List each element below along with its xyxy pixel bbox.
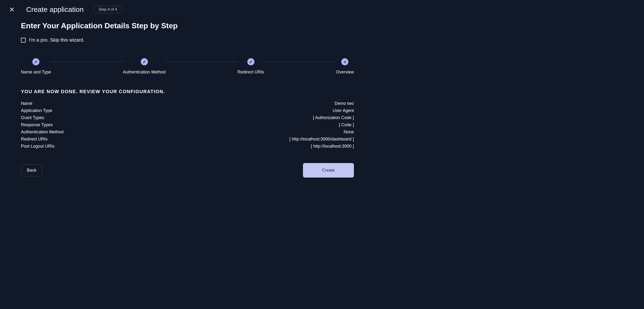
step-connector: [51, 61, 123, 62]
summary-value: [ Code ]: [339, 122, 354, 127]
summary-row-application-type: Application Type User Agent: [21, 108, 354, 113]
step-connector: [166, 61, 237, 62]
wizard-heading: Enter Your Application Details Step by S…: [21, 21, 354, 30]
summary-label: Application Type: [21, 108, 52, 113]
step-connector: [264, 61, 336, 62]
pencil-icon: [141, 58, 148, 65]
summary-label: Response Types: [21, 122, 53, 127]
step-label: Overview: [336, 70, 354, 75]
summary-label: Authentication Method: [21, 130, 64, 135]
checkbox-icon: [21, 38, 26, 42]
step-label: Redirect URIs: [238, 70, 264, 75]
create-button[interactable]: Create: [303, 163, 354, 178]
pencil-icon: [32, 58, 40, 65]
summary-value: [ http://localhost:3000 ]: [311, 144, 354, 149]
summary-row-response-types: Response Types [ Code ]: [21, 122, 354, 127]
step-label: Authentication Method: [123, 70, 166, 75]
summary-row-redirect-uris: Redirect URIs [ http://localhost:3000/da…: [21, 137, 354, 142]
step-overview[interactable]: 4 Overview: [336, 58, 354, 75]
summary-list: Name Demo two Application Type User Agen…: [21, 101, 354, 149]
stepper: Name and Type Authentication Method Redi…: [21, 58, 354, 75]
summary-row-authentication-method: Authentication Method None: [21, 130, 354, 135]
summary-row-grant-types: Grant Types [ Authorization Code ]: [21, 115, 354, 120]
step-name-and-type[interactable]: Name and Type: [21, 58, 51, 75]
summary-row-name: Name Demo two: [21, 101, 354, 106]
review-heading: You are now done. Review your configurat…: [21, 89, 354, 94]
summary-value: None: [344, 130, 354, 135]
summary-label: Post Logout URIs: [21, 144, 54, 149]
summary-row-post-logout-uris: Post Logout URIs [ http://localhost:3000…: [21, 144, 354, 149]
summary-label: Redirect URIs: [21, 137, 48, 142]
step-authentication-method[interactable]: Authentication Method: [123, 58, 166, 75]
summary-label: Name: [21, 101, 32, 106]
back-button[interactable]: Back: [21, 164, 42, 176]
step-badge: Step 4 of 4: [93, 6, 122, 13]
step-number: 4: [341, 58, 348, 65]
summary-value: [ Authorization Code ]: [313, 115, 354, 120]
skip-wizard-checkbox[interactable]: I'm a pro. Skip this wizard.: [21, 37, 354, 43]
step-redirect-uris[interactable]: Redirect URIs: [238, 58, 264, 75]
skip-wizard-label: I'm a pro. Skip this wizard.: [29, 37, 84, 43]
summary-value: Demo two: [334, 101, 354, 106]
summary-value: [ http://localhost:3000/dashboard ]: [290, 137, 354, 142]
close-icon[interactable]: [7, 5, 17, 14]
summary-label: Grant Types: [21, 115, 44, 120]
summary-value: User Agent: [333, 108, 354, 113]
step-label: Name and Type: [21, 70, 51, 75]
page-title: Create application: [26, 5, 84, 13]
pencil-icon: [247, 58, 254, 65]
